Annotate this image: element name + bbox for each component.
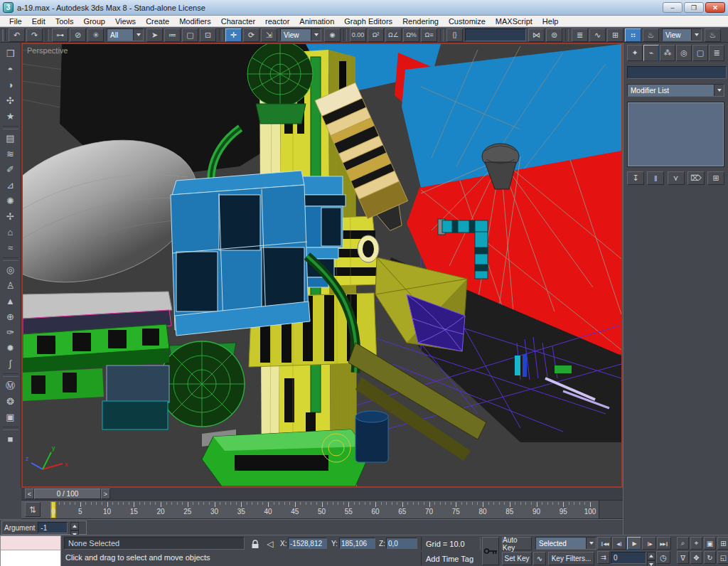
snaps-toggle-3d-button[interactable]: Ω² xyxy=(368,28,384,42)
configure-modifier-sets-button[interactable]: ⊞ xyxy=(707,171,724,185)
trackbar-ruler[interactable]: ⇅ 05101520253035404550556065707580859095… xyxy=(21,501,623,519)
listener-line[interactable] xyxy=(1,550,60,566)
springs-button[interactable]: ≋ xyxy=(2,146,18,161)
render-type-dropdown[interactable]: View xyxy=(662,28,702,41)
zoom-extents-all-button[interactable]: ⊞ xyxy=(717,537,728,550)
close-button[interactable]: ✕ xyxy=(705,2,725,13)
globe-button[interactable]: ❂ xyxy=(2,394,18,409)
next-frame-arrow[interactable]: > xyxy=(101,488,110,499)
perspective-viewport[interactable]: x y z Perspective xyxy=(21,43,623,488)
show-end-result-button[interactable]: ‖ xyxy=(647,171,664,185)
box-button[interactable]: ■ xyxy=(2,432,18,447)
key-filters-button[interactable]: Key Filters... xyxy=(548,552,594,565)
time-slider-track[interactable]: < 0 / 100 > xyxy=(21,488,623,501)
select-object-button[interactable]: ➤ xyxy=(146,28,163,42)
clamp-button[interactable]: ⊿ xyxy=(2,178,18,193)
chevron-down-icon[interactable] xyxy=(311,29,321,41)
toolbar-grip[interactable] xyxy=(2,29,6,41)
torus-button[interactable]: ◎ xyxy=(2,262,18,277)
select-and-link-button[interactable]: ⊶ xyxy=(52,28,68,42)
modifier-list-dropdown[interactable]: Modifier List xyxy=(627,84,724,97)
go-to-end-button[interactable]: ▶▶❙ xyxy=(657,537,671,550)
menu-item-graph-editors[interactable]: Graph Editors xyxy=(339,16,397,26)
restore-button[interactable]: ❐ xyxy=(684,2,704,13)
percent-snap-button[interactable]: Ω% xyxy=(403,28,419,42)
open-mini-curve-editor-button[interactable]: ⇅ xyxy=(25,502,41,517)
material-editor-button[interactable]: ⠶ xyxy=(625,28,641,42)
car-button[interactable]: ⌂ xyxy=(2,225,18,240)
argument-field[interactable] xyxy=(38,522,68,533)
quick-render-button[interactable]: ♨ xyxy=(705,28,721,42)
menu-item-file[interactable]: File xyxy=(4,16,27,26)
teapot-button[interactable]: ◓ xyxy=(2,62,18,77)
menu-item-customize[interactable]: Customize xyxy=(444,16,491,26)
layer-manager-button[interactable]: ≣ xyxy=(572,28,588,42)
spinner-snap-button[interactable]: Ω≡ xyxy=(421,28,437,42)
weathervane-button[interactable]: ✢ xyxy=(2,209,18,224)
auto-key-button[interactable]: Auto Key xyxy=(502,537,532,550)
snapshot-button[interactable]: ❒ xyxy=(2,46,18,61)
star-button[interactable]: ★ xyxy=(2,109,18,124)
use-pivot-point-button[interactable]: ◉ xyxy=(324,28,341,42)
wheel-button[interactable]: ✹ xyxy=(2,341,18,356)
next-frame-button[interactable]: ❙▶ xyxy=(642,537,656,550)
menu-item-group[interactable]: Group xyxy=(78,16,110,26)
bind-to-spacewarp-button[interactable]: ✳ xyxy=(87,28,104,42)
title-bar[interactable]: 3 a-19.max - Autodesk 3ds Max 8 - Stand-… xyxy=(0,0,728,16)
m-badge-button[interactable]: ▣ xyxy=(2,410,18,424)
y-coordinate-field[interactable] xyxy=(339,538,375,549)
cloth-button[interactable]: Ⓜ xyxy=(2,378,18,393)
tab-hierarchy[interactable]: ⁂ xyxy=(660,45,675,61)
time-configuration-button[interactable]: ◷ xyxy=(656,551,670,564)
go-to-start-button[interactable]: ❙◀◀ xyxy=(597,537,611,550)
select-and-rotate-button[interactable]: ⟳ xyxy=(243,28,259,42)
render-scene-button[interactable]: ♨ xyxy=(643,28,659,42)
chevron-down-icon[interactable] xyxy=(691,29,701,41)
terrain-button[interactable]: ▲ xyxy=(2,294,18,309)
menu-item-maxscript[interactable]: MAXScript xyxy=(491,16,537,26)
menu-item-modifiers[interactable]: Modifiers xyxy=(174,16,216,26)
select-by-name-button[interactable]: ≔ xyxy=(164,28,181,42)
object-name-field[interactable] xyxy=(627,66,727,79)
field-of-view-button[interactable]: ∇ xyxy=(677,551,689,564)
menu-item-edit[interactable]: Edit xyxy=(27,16,50,26)
menu-item-views[interactable]: Views xyxy=(110,16,141,26)
named-selection-sets-button[interactable]: {} xyxy=(446,28,463,42)
previous-frame-arrow[interactable]: < xyxy=(25,488,34,499)
modifier-stack-list[interactable] xyxy=(627,102,724,167)
selection-filter-dropdown[interactable]: All xyxy=(107,28,144,41)
key-mode-dropdown[interactable]: Selected xyxy=(535,537,596,550)
time-slider-handle[interactable]: < 0 / 100 > xyxy=(25,488,110,499)
default-tangent-button[interactable]: ∿ xyxy=(533,552,546,565)
tab-utilities[interactable]: ≣ xyxy=(709,45,724,61)
chevron-down-icon[interactable] xyxy=(586,538,596,549)
snap-percent-indicator[interactable]: 0.00 xyxy=(350,28,366,42)
set-keys-button[interactable] xyxy=(482,537,499,565)
selection-lock-toggle[interactable] xyxy=(249,538,262,550)
viewport-scene[interactable]: x y z xyxy=(23,44,621,486)
tab-motion[interactable]: ◎ xyxy=(676,45,692,61)
reference-coordinate-dropdown[interactable]: View xyxy=(280,28,321,41)
angle-snap-button[interactable]: Ω∠ xyxy=(385,28,402,42)
biped-button[interactable]: ♙ xyxy=(2,278,18,293)
macro-recorder-line[interactable] xyxy=(1,536,60,550)
minimize-button[interactable]: – xyxy=(663,2,682,13)
pin-stack-button[interactable]: ↧ xyxy=(627,171,644,185)
make-unique-button[interactable]: ⋎ xyxy=(668,171,685,185)
menu-item-rendering[interactable]: Rendering xyxy=(397,16,444,26)
zoom-extents-button[interactable]: ▣ xyxy=(704,537,716,550)
menu-item-help[interactable]: Help xyxy=(537,16,564,26)
chevron-down-icon[interactable] xyxy=(133,29,143,41)
gear-button[interactable]: ✺ xyxy=(2,193,18,208)
align-button[interactable]: ⊜ xyxy=(546,28,562,42)
named-selection-field[interactable] xyxy=(465,28,526,41)
waves-button[interactable]: ≈ xyxy=(2,240,18,255)
undo-button[interactable]: ↶ xyxy=(9,28,25,42)
schematic-view-button[interactable]: ⊞ xyxy=(607,28,623,42)
panel-button[interactable]: ▤ xyxy=(2,131,18,146)
absolute-mode-toggle[interactable]: ◁ xyxy=(264,538,277,550)
select-and-move-button[interactable]: ✛ xyxy=(225,28,242,42)
remove-modifier-button[interactable]: ⌦ xyxy=(687,171,705,185)
zoom-button[interactable]: ⌕ xyxy=(677,537,689,550)
menu-item-character[interactable]: Character xyxy=(216,16,260,26)
